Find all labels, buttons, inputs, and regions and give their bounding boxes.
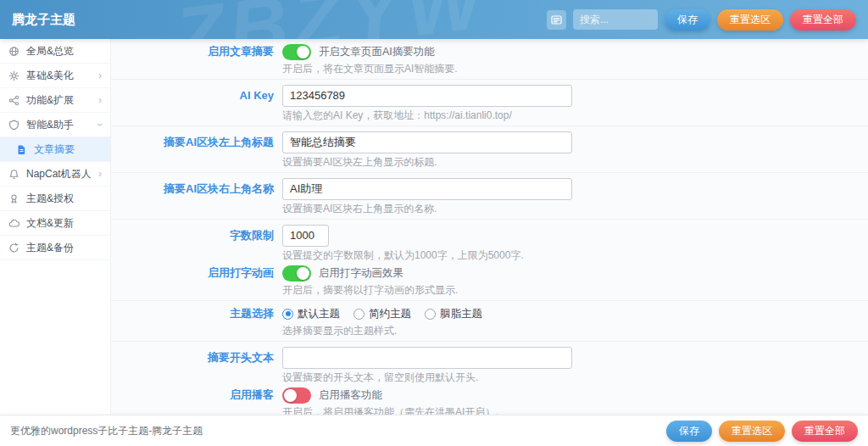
field-label: 字数限制 (111, 224, 282, 261)
sidebar-item-basics-beautify[interactable]: 基础&美化 › (0, 64, 110, 88)
settings-section: AI Key 请输入您的AI Key，获取地址：https://ai.tianl… (111, 80, 868, 126)
cloud-icon (8, 217, 20, 229)
setting-word-limit: 字数限制 设置提交的字数限制，默认为1000字，上限为5000字. (111, 224, 868, 261)
field-description: 设置摘要AI区块右上角显示的名称. (282, 203, 868, 215)
sidebar-item-label: 主题&授权 (26, 192, 74, 206)
setting-typing-animation: 启用打字动画 启用打字动画效果 开启后，摘要将以打字动画的形式显示. (111, 265, 868, 296)
sidebar-item-ai-assistant[interactable]: 智能&助手 › (0, 113, 110, 137)
enable-article-summary-toggle[interactable] (282, 44, 311, 60)
app-window: ZBZYW 腾龙子主题 保存 重置选区 重置全部 全 (0, 0, 868, 446)
backup-refresh-icon (8, 242, 20, 254)
field-label: 摘要AI区块右上角名称 (111, 177, 282, 215)
chevron-right-icon: › (98, 95, 102, 105)
toggle-inline-text: 开启文章页面AI摘要功能 (319, 45, 435, 59)
field-description: 设置摘要的开头文本，留空则使用默认开头. (282, 371, 868, 383)
setting-enable-podcast: 启用播客 启用播客功能 开启后，将启用播客功能（需先在洪墨AI开启）. (111, 387, 868, 415)
radio-label: 胭脂主题 (440, 307, 482, 321)
settings-section: 字数限制 设置提交的字数限制，默认为1000字，上限为5000字. 启用打字动画… (111, 220, 868, 301)
setting-summary-block-title: 摘要AI区块左上角标题 设置摘要AI区块左上角显示的标题. (111, 131, 868, 168)
theme-select-radio-rouge[interactable]: 胭脂主题 (425, 307, 482, 321)
watermark-text: ZBZYW (170, 0, 493, 39)
footer-reset-section-button[interactable]: 重置选区 (719, 421, 785, 442)
settings-section: 主题选择 默认主题 简约主题 (111, 301, 868, 342)
page-title: 腾龙子主题 (12, 12, 75, 28)
footer-reset-all-button[interactable]: 重置全部 (792, 421, 858, 442)
footer-text: 更优雅的wordpress子比子主题-腾龙子主题 (10, 424, 203, 438)
header-actions: 保存 重置选区 重置全部 (547, 9, 856, 31)
field-description: 设置提交的字数限制，默认为1000字，上限为5000字. (282, 249, 868, 261)
sidebar-item-docs-updates[interactable]: 文档&更新 (0, 211, 110, 236)
header-bar: ZBZYW 腾龙子主题 保存 重置选区 重置全部 (0, 0, 868, 39)
radio-icon (282, 309, 293, 320)
sidebar-item-label: 智能&助手 (26, 118, 74, 132)
save-button[interactable]: 保存 (665, 9, 710, 31)
field-label: 摘要AI区块左上角标题 (111, 131, 282, 168)
main-area: 全局&总览 基础&美化 › 功能&扩展 (0, 39, 868, 415)
footer-bar: 更优雅的wordpress子比子主题-腾龙子主题 保存 重置选区 重置全部 (0, 415, 868, 446)
reset-all-button[interactable]: 重置全部 (790, 9, 856, 31)
field-description: 开启后，将启用播客功能（需先在洪墨AI开启）. (282, 406, 868, 415)
footer-actions: 保存 重置选区 重置全部 (666, 421, 858, 442)
share-nodes-icon (8, 94, 20, 106)
typing-animation-toggle[interactable] (282, 265, 311, 282)
reset-section-button[interactable]: 重置选区 (717, 9, 783, 31)
radio-label: 默认主题 (298, 307, 340, 321)
shield-icon (8, 119, 20, 131)
radio-icon (353, 309, 364, 320)
sidebar-item-label: NapCat机器人 (26, 167, 92, 181)
field-description: 开启后，摘要将以打字动画的形式显示. (282, 284, 868, 296)
field-label: 摘要开头文本 (111, 346, 282, 383)
certificate-icon (8, 192, 20, 204)
radio-icon (425, 309, 436, 320)
footer-save-button[interactable]: 保存 (666, 421, 712, 442)
toggle-inline-text: 启用打字动画效果 (319, 266, 403, 281)
gear-icon (8, 70, 20, 81)
setting-summary-block-name: 摘要AI区块右上角名称 设置摘要AI区块右上角显示的名称. (111, 177, 868, 215)
sidebar-item-article-summary[interactable]: 文章摘要 (0, 137, 110, 162)
bell-icon (8, 168, 20, 180)
summary-block-name-input[interactable] (282, 178, 572, 200)
field-label: 启用播客 (111, 387, 282, 415)
settings-section: 摘要AI区块右上角名称 设置摘要AI区块右上角显示的名称. (111, 173, 868, 220)
settings-section: 摘要开头文本 设置摘要的开头文本，留空则使用默认开头. 启用播客 启用播客功能 (111, 342, 868, 415)
settings-section: 启用文章摘要 开启文章页面AI摘要功能 开启后，将在文章页面显示AI智能摘要. (111, 39, 868, 80)
field-description: 设置摘要AI区块左上角显示的标题. (282, 156, 868, 168)
radio-label: 简约主题 (369, 307, 411, 321)
panel-list-icon[interactable] (547, 10, 566, 30)
sidebar-item-theme-license[interactable]: 主题&授权 (0, 187, 110, 211)
sidebar-item-label: 文章摘要 (34, 142, 75, 157)
summary-block-title-input[interactable] (282, 131, 572, 153)
ai-key-input[interactable] (282, 85, 572, 107)
field-description: 请输入您的AI Key，获取地址：https://ai.tianli0.top/ (282, 109, 868, 121)
theme-select-radio-default[interactable]: 默认主题 (282, 307, 340, 321)
enable-podcast-toggle[interactable] (282, 387, 311, 404)
field-label: 主题选择 (111, 305, 282, 337)
settings-panel: 启用文章摘要 开启文章页面AI摘要功能 开启后，将在文章页面显示AI智能摘要. … (111, 39, 868, 415)
chevron-right-icon: › (98, 169, 102, 179)
sidebar-item-features-extensions[interactable]: 功能&扩展 › (0, 88, 110, 113)
search-input[interactable] (573, 9, 658, 30)
globe-icon (8, 45, 20, 57)
field-description: 选择摘要显示的主题样式. (282, 325, 868, 337)
setting-ai-key: AI Key 请输入您的AI Key，获取地址：https://ai.tianl… (111, 84, 868, 121)
sidebar-item-label: 基础&美化 (26, 69, 74, 83)
word-limit-input[interactable] (282, 225, 329, 247)
toggle-inline-text: 启用播客功能 (319, 388, 382, 403)
sidebar-item-theme-backup[interactable]: 主题&备份 (0, 236, 110, 260)
setting-enable-article-summary: 启用文章摘要 开启文章页面AI摘要功能 开启后，将在文章页面显示AI智能摘要. (111, 43, 868, 75)
theme-select-radio-simple[interactable]: 简约主题 (353, 307, 411, 321)
sidebar-item-napcat-bot[interactable]: NapCat机器人 › (0, 162, 110, 187)
field-label: 启用文章摘要 (111, 43, 282, 75)
setting-summary-prefix: 摘要开头文本 设置摘要的开头文本，留空则使用默认开头. (111, 346, 868, 383)
sidebar-item-global-overview[interactable]: 全局&总览 (0, 39, 110, 64)
summary-prefix-input[interactable] (282, 347, 572, 369)
chevron-right-icon: › (98, 70, 102, 81)
sidebar-item-label: 全局&总览 (26, 44, 74, 59)
setting-theme-select: 主题选择 默认主题 简约主题 (111, 305, 868, 337)
sidebar-item-label: 功能&扩展 (26, 93, 74, 108)
field-label: 启用打字动画 (111, 265, 282, 296)
sidebar-item-label: 主题&备份 (26, 241, 74, 255)
settings-section: 摘要AI区块左上角标题 设置摘要AI区块左上角显示的标题. (111, 126, 868, 173)
sidebar: 全局&总览 基础&美化 › 功能&扩展 (0, 39, 111, 415)
sidebar-item-label: 文档&更新 (26, 216, 74, 231)
